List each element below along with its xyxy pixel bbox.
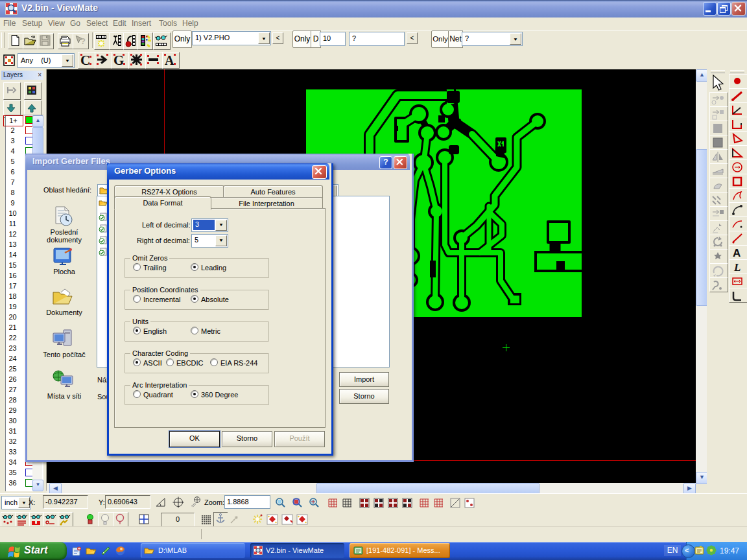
svg-text:A: A [165, 53, 174, 67]
svg-text:?: ? [80, 36, 86, 46]
svg-text:A: A [733, 247, 741, 259]
svg-text:L: L [733, 261, 741, 274]
